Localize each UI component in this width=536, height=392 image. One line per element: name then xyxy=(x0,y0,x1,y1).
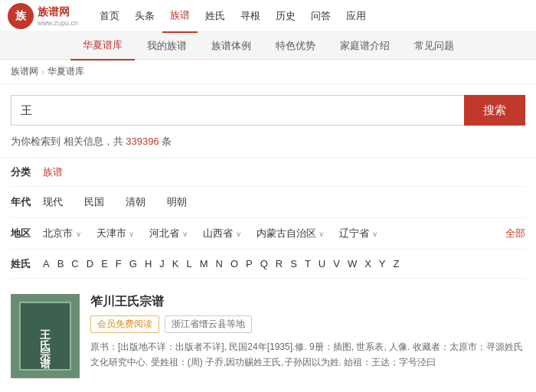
subnav-advantages[interactable]: 特色优势 xyxy=(263,32,328,60)
nav-apps[interactable]: 应用 xyxy=(338,0,374,32)
filter-surname-row: 姓氏 A B C D E F G H J K L M N O P Q R S T… xyxy=(11,250,525,279)
filter-era-modern[interactable]: 现代 xyxy=(43,194,74,211)
subnav-library[interactable]: 华夏谱库 xyxy=(70,31,135,60)
result-tags: 会员免费阅读 浙江省缙云县等地 xyxy=(90,315,525,333)
alpha-s[interactable]: S xyxy=(286,256,301,271)
result-title[interactable]: 笮川王氏宗谱 xyxy=(90,294,525,310)
logo: 族 族谱网 www.zupu.cn xyxy=(8,3,78,29)
subnav-family-intro[interactable]: 家庭谱介绍 xyxy=(328,32,402,60)
filter-era-ming[interactable]: 明朝 xyxy=(156,194,198,211)
result-count-suffix: 条 xyxy=(159,136,172,147)
result-thumbnail: 王 氏 宗 谱 xyxy=(11,294,80,378)
filter-surname-alphabet: A B C D E F G H J K L M N O P Q R S T U … xyxy=(43,256,403,271)
alpha-q[interactable]: Q xyxy=(257,256,272,271)
alpha-t[interactable]: T xyxy=(301,256,315,271)
alpha-y[interactable]: Y xyxy=(375,256,390,271)
alpha-f[interactable]: F xyxy=(112,256,126,271)
alpha-r[interactable]: R xyxy=(272,256,286,271)
filter-era-row: 年代 现代 民国 清朝 明朝 xyxy=(11,187,525,218)
subnav-faq[interactable]: 常见问题 xyxy=(402,32,466,60)
alpha-p[interactable]: P xyxy=(242,256,257,271)
alpha-g[interactable]: G xyxy=(126,256,141,271)
filter-category-row: 分类 族谱 xyxy=(11,158,525,187)
logo-site-name: 族谱网 xyxy=(38,5,78,19)
alpha-d[interactable]: D xyxy=(83,256,97,271)
nav-roots[interactable]: 寻根 xyxy=(233,0,268,32)
result-item: 王 氏 宗 谱 笮川王氏宗谱 会员免费阅读 浙江省缙云县等地 原书：[出版地不详… xyxy=(11,288,525,384)
result-info: 笮川王氏宗谱 会员免费阅读 浙江省缙云县等地 原书：[出版地不详：出版者不详],… xyxy=(90,294,525,378)
search-button[interactable]: 搜索 xyxy=(464,95,525,126)
alpha-x[interactable]: X xyxy=(361,256,375,271)
thumb-label: 王 氏 宗 谱 xyxy=(38,321,52,351)
tag-member: 会员免费阅读 xyxy=(90,315,159,333)
filter-region-hebei[interactable]: 河北省 ∨ xyxy=(142,225,195,242)
filter-region-all[interactable]: 全部 xyxy=(505,227,525,240)
result-desc: 原书：[出版地不详：出版者不详], 民国24年[1935].修. 9册：插图, … xyxy=(90,339,525,371)
search-area: 搜索 xyxy=(0,84,536,133)
filter-era-republic[interactable]: 民国 xyxy=(74,194,115,211)
subnav-style[interactable]: 族谱体例 xyxy=(199,32,263,60)
filter-era-label: 年代 xyxy=(11,195,43,209)
filter-region-shanxi[interactable]: 山西省 ∨ xyxy=(195,225,249,242)
nav-home[interactable]: 首页 xyxy=(92,0,127,32)
logo-icon: 族 xyxy=(8,3,34,29)
alpha-w[interactable]: W xyxy=(344,256,361,271)
result-count-number: 339396 xyxy=(126,136,159,147)
filter-surname-label: 姓氏 xyxy=(11,257,43,271)
filter-category-label: 分类 xyxy=(11,165,43,179)
alpha-j[interactable]: J xyxy=(155,256,168,271)
alpha-e[interactable]: E xyxy=(97,256,112,271)
thumb-inner: 王 氏 宗 谱 xyxy=(19,302,71,371)
alpha-b[interactable]: B xyxy=(54,256,68,271)
nav-surnames[interactable]: 姓氏 xyxy=(198,0,233,32)
result-count: 为你检索到 相关信息，共 339396 条 xyxy=(0,133,536,158)
tag-location: 浙江省缙云县等地 xyxy=(165,315,252,333)
nav-qa[interactable]: 问答 xyxy=(303,0,338,32)
filter-region-beijing[interactable]: 北京市 ∨ xyxy=(43,225,89,242)
top-nav: 族 族谱网 www.zupu.cn 首页 头条 族谱 姓氏 寻根 历史 问答 应… xyxy=(0,0,536,32)
alpha-a[interactable]: A xyxy=(43,256,54,271)
breadcrumb-sep: › xyxy=(41,67,44,77)
filter-category-values: 族谱 xyxy=(43,165,63,179)
filter-region-liaoning[interactable]: 辽宁省 ∨ xyxy=(332,225,385,242)
alpha-o[interactable]: O xyxy=(227,256,242,271)
filters: 分类 族谱 年代 现代 民国 清朝 明朝 地区 北京市 ∨ 天津市 ∨ 河北省 … xyxy=(0,158,536,279)
filter-region-label: 地区 xyxy=(11,227,43,240)
filter-region-inner-mongolia[interactable]: 内蒙古自治区 ∨ xyxy=(249,225,332,242)
breadcrumb-library[interactable]: 华夏谱库 xyxy=(47,65,84,78)
results-area: 王 氏 宗 谱 笮川王氏宗谱 会员免费阅读 浙江省缙云县等地 原书：[出版地不详… xyxy=(0,279,536,392)
main-nav: 首页 头条 族谱 姓氏 寻根 历史 问答 应用 xyxy=(92,0,374,33)
breadcrumb: 族谱网 › 华夏谱库 xyxy=(0,60,536,84)
alpha-k[interactable]: K xyxy=(168,256,183,271)
filter-era-values: 现代 民国 清朝 明朝 xyxy=(43,194,198,211)
nav-headline[interactable]: 头条 xyxy=(127,0,162,32)
nav-genealogy[interactable]: 族谱 xyxy=(162,0,198,33)
filter-region-row: 地区 北京市 ∨ 天津市 ∨ 河北省 ∨ 山西省 ∨ 内蒙古自治区 ∨ 辽宁省 … xyxy=(11,218,525,250)
alpha-n[interactable]: N xyxy=(212,256,227,271)
result-count-prefix: 为你检索到 相关信息，共 xyxy=(11,136,126,147)
alpha-z[interactable]: Z xyxy=(390,256,404,271)
filter-region-values: 北京市 ∨ 天津市 ∨ 河北省 ∨ 山西省 ∨ 内蒙古自治区 ∨ 辽宁省 ∨ 全… xyxy=(43,225,525,242)
subnav-my-genealogy[interactable]: 我的族谱 xyxy=(135,32,199,60)
nav-history[interactable]: 历史 xyxy=(268,0,303,32)
sub-nav: 华夏谱库 我的族谱 族谱体例 特色优势 家庭谱介绍 常见问题 xyxy=(0,32,536,60)
logo-text-block: 族谱网 www.zupu.cn xyxy=(38,5,78,27)
logo-site-url: www.zupu.cn xyxy=(38,19,78,27)
filter-category-genealogy[interactable]: 族谱 xyxy=(43,166,63,178)
breadcrumb-home[interactable]: 族谱网 xyxy=(11,65,38,78)
alpha-v[interactable]: V xyxy=(329,256,344,271)
filter-era-qing[interactable]: 清朝 xyxy=(115,194,156,211)
alpha-m[interactable]: M xyxy=(196,256,212,271)
filter-region-tianjin[interactable]: 天津市 ∨ xyxy=(89,225,142,242)
alpha-l[interactable]: L xyxy=(182,256,195,271)
search-input[interactable] xyxy=(11,95,464,126)
alpha-u[interactable]: U xyxy=(315,256,329,271)
alpha-c[interactable]: C xyxy=(67,256,82,271)
alpha-h[interactable]: H xyxy=(141,256,155,271)
